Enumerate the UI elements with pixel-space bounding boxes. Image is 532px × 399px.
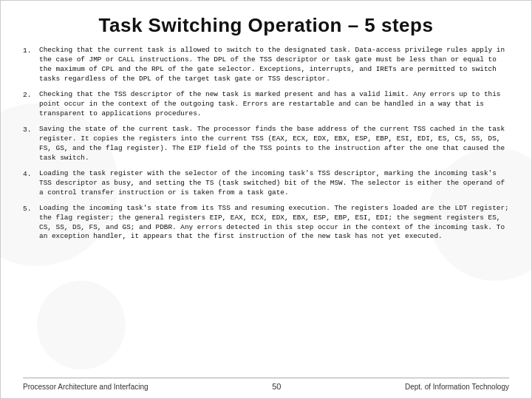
- step-1-num: 1.: [23, 46, 39, 55]
- step-1: 1.Checking that the current task is allo…: [23, 46, 509, 84]
- step-3: 3.Saving the state of the current task. …: [23, 125, 509, 163]
- step-3-num: 3.: [23, 125, 39, 134]
- step-3-text: Saving the state of the current task. Th…: [39, 125, 509, 163]
- footer-left: Processor Architecture and Interfacing: [23, 383, 149, 391]
- step-5-text: Loading the incoming task's state from i…: [39, 204, 509, 242]
- footer-right: Dept. of Information Technology: [405, 383, 509, 391]
- step-2-num: 2.: [23, 90, 39, 99]
- step-5-num: 5.: [23, 204, 39, 213]
- step-5: 5.Loading the incoming task's state from…: [23, 204, 509, 242]
- steps-container: 1.Checking that the current task is allo…: [23, 46, 509, 375]
- step-4-num: 4.: [23, 169, 39, 178]
- footer-center: 50: [272, 382, 281, 391]
- step-2-text: Checking that the TSS descriptor of the …: [39, 90, 509, 119]
- slide-title: Task Switching Operation – 5 steps: [23, 14, 509, 37]
- step-4: 4.Loading the task register with the sel…: [23, 169, 509, 198]
- step-1-text: Checking that the current task is allowe…: [39, 46, 509, 84]
- step-2: 2.Checking that the TSS descriptor of th…: [23, 90, 509, 119]
- step-4-text: Loading the task register with the selec…: [39, 169, 509, 198]
- slide-footer: Processor Architecture and Interfacing 5…: [23, 378, 509, 391]
